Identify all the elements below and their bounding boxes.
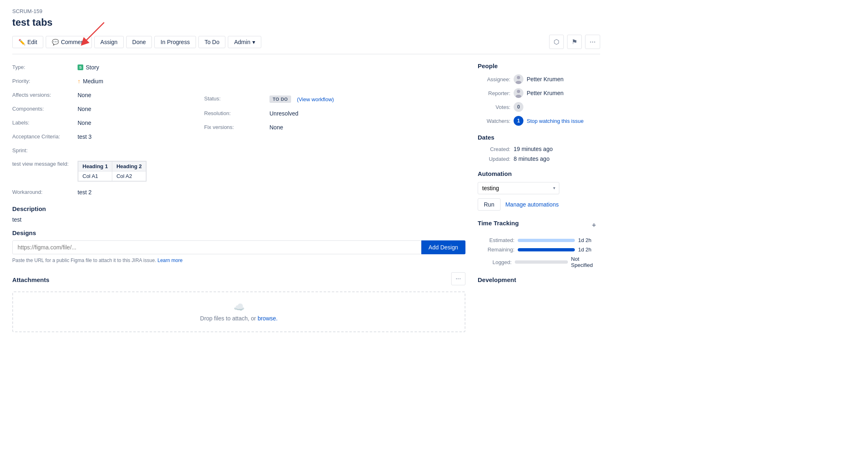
stop-watching-link[interactable]: Stop watching this issue <box>527 118 583 124</box>
flag-icon: ⚑ <box>572 38 577 45</box>
remaining-bar <box>518 248 575 251</box>
designs-input[interactable] <box>12 240 421 254</box>
test-view-label: test view message field: <box>12 159 78 183</box>
assignee-avatar <box>514 74 523 84</box>
description-text: test <box>12 216 465 223</box>
dates-section: Dates Created: 19 minutes ago Updated: 8… <box>478 134 600 162</box>
done-button[interactable]: Done <box>126 36 152 48</box>
designs-title: Designs <box>12 229 465 236</box>
flag-button[interactable]: ⚑ <box>567 35 582 49</box>
logged-value: Not Specified <box>571 256 600 268</box>
dates-title: Dates <box>478 134 600 141</box>
test-view-table: Heading 1 Heading 2 Col A1 Col A2 <box>78 159 465 183</box>
edit-button[interactable]: ✏️ Edit <box>12 36 43 48</box>
status-label: Status: <box>204 94 269 104</box>
fix-versions-label: Fix versions: <box>204 122 269 132</box>
more-button[interactable]: ··· <box>585 35 600 49</box>
reporter-avatar <box>514 88 523 98</box>
svg-point-2 <box>517 90 520 93</box>
automation-title: Automation <box>478 170 600 177</box>
share-icon: ⬡ <box>554 38 559 45</box>
chevron-down-icon: ▾ <box>252 39 255 45</box>
drop-zone[interactable]: ☁️ Drop files to attach, or browse. <box>12 291 465 332</box>
logged-label: Logged: <box>478 259 512 265</box>
watchers-label: Watchers: <box>478 118 510 124</box>
comment-icon: 💬 <box>52 39 59 45</box>
attachments-title: Attachments <box>12 276 49 283</box>
acceptance-criteria-label: Acceptance Criteria: <box>12 132 78 142</box>
reporter-name: Petter Krumen <box>527 90 563 96</box>
table-cell-2: Col A2 <box>112 171 146 181</box>
ellipsis-icon: ··· <box>590 38 596 46</box>
created-value: 19 minutes ago <box>514 146 553 152</box>
ellipsis-icon: ··· <box>456 275 461 282</box>
priority-value: ↑ Medium <box>78 76 465 86</box>
resolution-value: Unresolved <box>269 109 367 118</box>
to-do-button[interactable]: To Do <box>198 36 226 48</box>
automation-section: Automation testing Run Manage automation… <box>478 170 600 211</box>
attachments-more-button[interactable]: ··· <box>451 272 465 285</box>
development-section: Development <box>478 276 600 283</box>
reporter-label: Reporter: <box>478 90 510 96</box>
resolution-label: Resolution: <box>204 109 269 118</box>
learn-more-link[interactable]: Learn more <box>158 258 183 263</box>
issue-id: SCRUM-159 <box>12 8 600 14</box>
workaround-value: test 2 <box>78 187 465 197</box>
upload-icon: ☁️ <box>23 302 455 313</box>
type-value: S Story <box>78 62 465 72</box>
fix-versions-value: None <box>269 122 367 132</box>
votes-count: 0 <box>514 102 523 112</box>
svg-point-1 <box>516 81 521 84</box>
created-label: Created: <box>478 146 510 152</box>
assignee-label: Assignee: <box>478 76 510 82</box>
components-label: Components: <box>12 104 78 114</box>
status-badge: TO DO <box>269 96 291 103</box>
description-title: Description <box>12 205 465 212</box>
status-value: TO DO (View workflow) <box>269 94 367 104</box>
svg-point-0 <box>517 76 520 79</box>
designs-note: Paste the URL for a public Figma file to… <box>12 258 465 263</box>
add-design-button[interactable]: Add Design <box>421 240 465 254</box>
in-progress-button[interactable]: In Progress <box>154 36 196 48</box>
pencil-icon: ✏️ <box>18 39 25 45</box>
estimated-label: Estimated: <box>478 237 514 243</box>
assignee-name: Petter Krumen <box>527 76 563 82</box>
run-button[interactable]: Run <box>478 198 501 211</box>
updated-label: Updated: <box>478 156 510 162</box>
view-workflow-link[interactable]: (View workflow) <box>297 96 334 102</box>
affects-versions-label: Affects versions: <box>12 90 78 100</box>
priority-icon: ↑ <box>78 78 80 84</box>
priority-label: Priority: <box>12 76 78 86</box>
watchers-count: 1 <box>514 116 523 126</box>
votes-label: Votes: <box>478 104 510 110</box>
people-title: People <box>478 62 600 69</box>
time-tracking-title: Time Tracking <box>478 220 519 227</box>
table-header-2: Heading 2 <box>112 162 146 171</box>
estimated-value: 1d 2h <box>578 237 592 243</box>
svg-point-3 <box>516 95 521 98</box>
sprint-label: Sprint: <box>12 146 78 155</box>
assign-button[interactable]: Assign <box>94 36 124 48</box>
add-time-button[interactable]: + <box>588 219 600 232</box>
workaround-label: Workaround: <box>12 187 78 197</box>
sprint-value <box>78 146 465 155</box>
type-label: Type: <box>12 62 78 72</box>
logged-bar <box>515 260 568 264</box>
admin-button[interactable]: Admin ▾ <box>228 36 261 48</box>
comment-button[interactable]: 💬 Comment <box>46 36 92 48</box>
issue-title: test tabs <box>12 17 600 28</box>
people-section: People Assignee: Petter Krumen Reporter:… <box>478 62 600 126</box>
development-title: Development <box>478 276 600 283</box>
table-header-1: Heading 1 <box>78 162 112 171</box>
remaining-value: 1d 2h <box>578 247 592 253</box>
remaining-label: Remaining: <box>478 247 514 253</box>
estimated-bar <box>518 239 575 242</box>
share-button[interactable]: ⬡ <box>549 35 564 49</box>
story-icon: S <box>78 64 83 70</box>
automation-select[interactable]: testing <box>478 182 559 194</box>
manage-automations-link[interactable]: Manage automations <box>505 201 559 208</box>
time-tracking-section: Time Tracking + Estimated: 1d 2h Remaini… <box>478 219 600 268</box>
labels-label: Labels: <box>12 118 78 128</box>
browse-link[interactable]: browse. <box>258 315 278 322</box>
updated-value: 8 minutes ago <box>514 156 550 162</box>
